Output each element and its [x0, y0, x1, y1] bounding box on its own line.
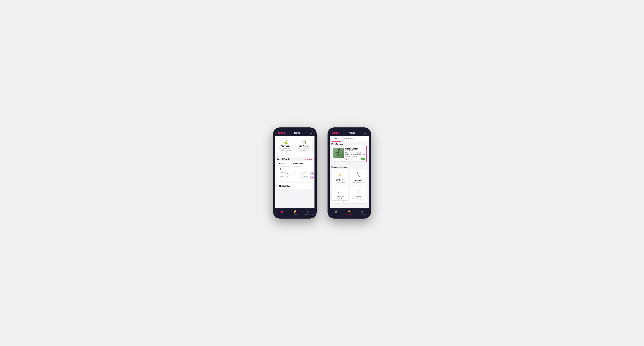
target-icon: 🎯 [346, 158, 347, 160]
drill-thumb-image [333, 148, 344, 158]
svg-line-7 [338, 173, 340, 176]
svg-line-5 [336, 152, 337, 153]
svg-point-14 [358, 175, 359, 176]
most-popular-section: Most Popular [330, 142, 369, 166]
stats-card: Rounds Rounds Capture 0 Tournament 0 Pra… [277, 161, 313, 181]
putting-desc: Make and lag practice [352, 198, 365, 200]
tab-drills[interactable]: Drills [332, 136, 341, 142]
putting-icon [355, 188, 362, 195]
logo: clippd [278, 131, 285, 134]
ott-value: 0 [298, 172, 304, 175]
around-green-icon-area [333, 188, 347, 195]
ott-label: OTT [293, 172, 298, 175]
phone-1-header: clippd Home ☰ [276, 130, 314, 136]
rounds-col: Rounds Rounds Capture 0 Tournament 0 Pra… [279, 163, 290, 180]
dot-2 [349, 163, 350, 164]
svg-point-20 [338, 193, 338, 194]
svg-line-2 [337, 154, 338, 156]
svg-point-15 [358, 174, 358, 175]
nav-capture-2[interactable]: ⊕ Capture [356, 208, 369, 216]
shots-count: 🎯 9 shots [346, 158, 352, 160]
svg-line-3 [338, 154, 339, 156]
arg-value: 0 [298, 176, 304, 179]
drills-total: 8 [293, 167, 314, 171]
add-practice-title: Add Practice [297, 145, 311, 147]
svg-point-25 [358, 190, 359, 190]
practice-label: Practice [279, 175, 284, 178]
drill-info: Wedge Ladder 50–100 yds ☆ Play 1 shot at… [346, 148, 365, 160]
drills-col: Practice Drills Drills Capture 8 OTT 0 A… [293, 163, 314, 180]
tournament-label: Tournament [279, 172, 284, 175]
star-icon[interactable]: ☆ [363, 148, 365, 150]
svg-point-13 [360, 177, 360, 177]
dot-3 [350, 163, 351, 164]
svg-point-0 [338, 149, 340, 151]
nav-capture-label: Capture [305, 214, 310, 215]
practice-stat: Practice 0 [279, 175, 290, 178]
svg-point-27 [358, 192, 358, 192]
svg-line-8 [339, 173, 340, 176]
svg-line-11 [340, 173, 342, 176]
off-the-tee-icon [337, 172, 343, 178]
nav-home[interactable]: Home [276, 208, 288, 216]
phone-2-screen: clippd Practice ☰ Drills Favourites Most… [330, 130, 369, 216]
nav-activities[interactable]: ⚡ Activities [288, 208, 302, 216]
add-round-desc: Record your shots in fast or enhanced mo… [279, 148, 292, 153]
phone-2-header: clippd Practice ☰ [330, 130, 369, 136]
skill-areas-title: Explore skill areas [332, 166, 367, 168]
add-practice-card[interactable]: 📋 Add Practice Capture your practice off… [296, 138, 313, 155]
nav-home-label: Home [280, 213, 284, 215]
drills-row-2: ARG 0 PUTT 4 [293, 176, 314, 180]
phone-2-bottom-nav: Home ⚡ Activities ⊕ Capture [330, 208, 369, 216]
hamburger-icon-2[interactable]: ☰ [364, 131, 366, 134]
rounds-total: 0 [279, 167, 290, 171]
nav-capture[interactable]: ⊕ Capture [302, 208, 314, 216]
golfer-svg [335, 149, 342, 158]
svg-point-12 [340, 176, 340, 177]
golf-bag-row[interactable]: My Golf Bag › [277, 183, 313, 189]
skill-card-off-the-tee[interactable]: Off The Tee Power and accuracy [332, 169, 349, 185]
capture-icon-2: ⊕ [361, 210, 363, 213]
phone-2-content: Most Popular [330, 142, 369, 208]
drill-card[interactable]: Wedge Ladder 50–100 yds ☆ Play 1 shot at… [332, 146, 367, 162]
view-activity-link[interactable]: View Activity [304, 158, 313, 160]
off-the-tee-icon-area [333, 171, 347, 178]
approach-icon [355, 172, 362, 178]
svg-point-26 [358, 191, 358, 191]
add-round-title: Add Round [279, 145, 292, 147]
nav-activities-label: Activities [292, 214, 298, 215]
putt-value: 4 [310, 176, 314, 179]
off-the-tee-desc: Power and accuracy [333, 181, 347, 183]
tab-favourites[interactable]: Favourites [341, 136, 355, 142]
hamburger-icon[interactable]: ☰ [310, 131, 312, 134]
approach-desc: Dial-in to hit the green [352, 181, 365, 183]
app-value: 4 [310, 172, 314, 175]
phone-1: clippd Home ☰ ⛳ Add Round Record your sh… [273, 128, 317, 218]
skill-card-approach[interactable]: Approach Dial-in to hit the green [350, 169, 367, 185]
around-green-desc: Hone your short game [333, 200, 347, 201]
add-round-card[interactable]: ⛳ Add Round Record your shots in fast or… [277, 138, 294, 155]
drills-row-1: OTT 0 APP 4 [293, 172, 314, 175]
skill-card-putting[interactable]: Putting Make and lag practice [350, 186, 367, 203]
drill-side-bar [366, 146, 367, 162]
around-green-icon [337, 188, 343, 195]
quick-actions: ⛳ Add Round Record your shots in fast or… [276, 136, 314, 157]
nav-activities-2[interactable]: ⚡ Activities [343, 208, 356, 216]
nav-home-2[interactable]: Home [330, 208, 343, 216]
rounds-title: Rounds [279, 163, 290, 165]
golf-bag-label: My Golf Bag [279, 185, 290, 187]
skill-card-around-green[interactable]: Around The Green Hone your short game [332, 186, 349, 203]
most-popular-title: Most Popular [332, 143, 367, 145]
logo-2: clippd [332, 131, 339, 134]
home-icon [280, 210, 284, 213]
header-title: Home [294, 132, 300, 134]
drill-description: Play 1 shot at each target yardage. If y… [346, 152, 365, 157]
approach-icon-area [352, 171, 365, 178]
capture-icon: ⊕ [307, 210, 309, 213]
add-round-icon: ⛳ [279, 140, 292, 144]
add-practice-desc: Capture your practice off-the-course [297, 148, 311, 151]
dot-1 [347, 163, 348, 164]
carousel-dots [332, 162, 367, 165]
skill-areas-section: Explore skill areas [330, 166, 369, 205]
off-the-tee-name: Off The Tee [333, 179, 347, 181]
